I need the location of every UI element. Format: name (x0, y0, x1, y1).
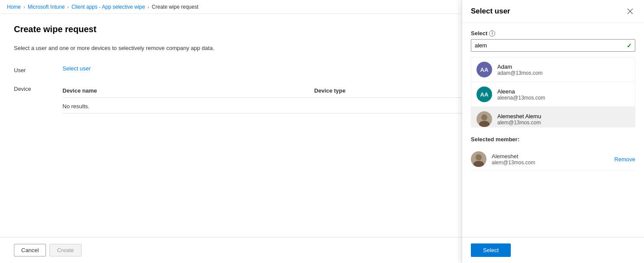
breadcrumb-current: Create wipe request (152, 4, 198, 10)
user-name-adam: Adam (497, 63, 630, 70)
selected-member-label: Selected member: (471, 136, 635, 143)
selected-member-item: Alemeshet alem@13mos.com Remove (471, 148, 635, 171)
close-icon (627, 8, 634, 15)
close-button[interactable] (625, 7, 635, 16)
remove-button[interactable]: Remove (614, 156, 635, 163)
selected-member-info: Alemeshet alem@13mos.com (492, 153, 609, 166)
device-name-col: Device name (62, 87, 314, 94)
user-info-adam: Adam adam@13mos.com (497, 63, 630, 76)
user-item-adam[interactable]: AA Adam adam@13mos.com (471, 57, 635, 82)
user-email-adam: adam@13mos.com (497, 70, 630, 76)
user-item-aleena[interactable]: AA Aleena aleena@13mos.com (471, 82, 635, 107)
panel-header: Select user (462, 0, 644, 23)
select-field-label: Select i (471, 30, 635, 37)
svg-point-3 (481, 114, 487, 120)
cancel-button[interactable]: Cancel (14, 244, 46, 256)
avatar-adam: AA (476, 62, 492, 77)
user-label: User (14, 65, 49, 73)
avatar-alemeshet (476, 111, 492, 127)
breadcrumb-home[interactable]: Home (7, 4, 21, 10)
user-list: AA Adam adam@13mos.com AA Aleena aleena@… (471, 57, 635, 127)
select-button[interactable]: Select (471, 243, 511, 257)
person-photo-icon (476, 111, 492, 127)
selected-member-section: Selected member: Alemeshet alem@13mos.co… (471, 136, 635, 171)
user-item-alemeshet[interactable]: Alemeshet Alemu alem@13mos.com (471, 107, 635, 127)
create-button: Create (49, 244, 81, 256)
search-input[interactable] (471, 39, 635, 52)
user-list-scroll[interactable]: AA Adam adam@13mos.com AA Aleena aleena@… (471, 57, 635, 127)
panel-title: Select user (471, 7, 510, 16)
search-wrapper: ✓ (471, 39, 635, 52)
selected-person-photo-icon (471, 151, 486, 167)
avatar-aleena: AA (476, 87, 492, 102)
panel-body: Select i ✓ AA Adam adam@13mos.com (462, 23, 644, 237)
user-name-alemeshet: Alemeshet Alemu (497, 113, 630, 120)
panel-footer: Select (462, 237, 644, 263)
svg-point-6 (476, 154, 482, 160)
select-user-panel: Select user Select i ✓ (462, 0, 644, 263)
check-icon: ✓ (627, 42, 632, 49)
user-info-alemeshet: Alemeshet Alemu alem@13mos.com (497, 113, 630, 126)
user-email-aleena: aleena@13mos.com (497, 95, 630, 101)
selected-member-email: alem@13mos.com (492, 160, 609, 166)
select-user-link[interactable]: Select user (62, 65, 91, 72)
user-email-alemeshet: alem@13mos.com (497, 120, 630, 126)
selected-member-avatar (471, 151, 486, 167)
user-info-aleena: Aleena aleena@13mos.com (497, 88, 630, 101)
user-name-aleena: Aleena (497, 88, 630, 95)
device-label: Device (14, 84, 49, 92)
info-icon[interactable]: i (489, 30, 495, 37)
breadcrumb-client-apps[interactable]: Client apps - App selective wipe (72, 4, 145, 10)
selected-member-name: Alemeshet (492, 153, 609, 160)
breadcrumb-intune[interactable]: Microsoft Intune (28, 4, 65, 10)
